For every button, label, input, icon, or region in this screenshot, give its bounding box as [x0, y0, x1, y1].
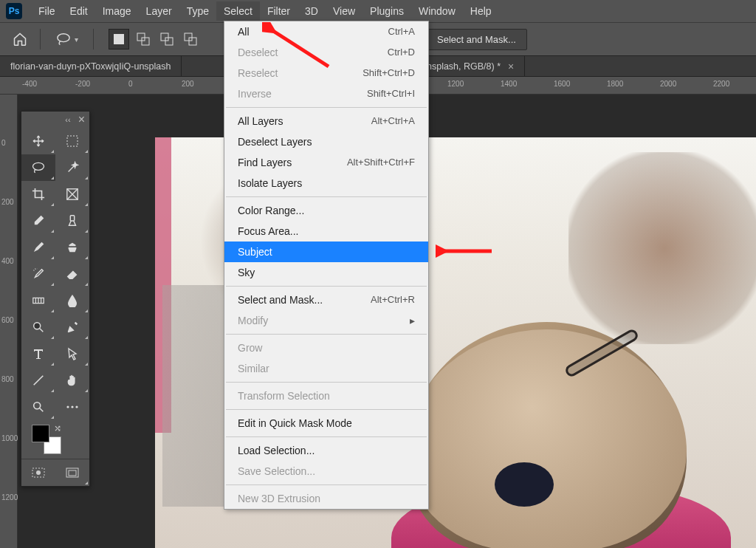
home-icon[interactable] [10, 30, 30, 49]
app-logo: Ps [6, 3, 22, 19]
menu-item-transform-selection: Transform Selection [224, 386, 428, 406]
menu-edit[interactable]: Edit [63, 1, 95, 21]
foreground-color-swatch[interactable] [32, 425, 49, 442]
menu-select[interactable]: Select [216, 1, 260, 21]
document-tab[interactable]: florian-van-duyn-pXToxwjqIiQ-unsplash [0, 56, 182, 76]
selection-new-icon[interactable] [109, 29, 129, 49]
svg-point-15 [71, 405, 73, 408]
svg-rect-6 [189, 38, 196, 45]
document-tab-label: florian-van-duyn-pXToxwjqIiQ-unsplash [10, 61, 171, 72]
rectangular-marquee-tool[interactable] [55, 128, 89, 154]
quick-mask-icon[interactable] [21, 459, 55, 486]
menubar: Ps FileEditImageLayerTypeSelectFilter3DV… [0, 0, 756, 22]
menu-plugins[interactable]: Plugins [362, 1, 411, 21]
menu-item-save-selection: Save Selection... [224, 461, 428, 482]
color-swatches[interactable]: ⤭ [21, 420, 89, 459]
svg-rect-1 [137, 33, 145, 41]
type-tool[interactable] [21, 340, 55, 367]
svg-rect-20 [69, 470, 76, 476]
magic-wand-tool[interactable] [55, 154, 89, 181]
svg-rect-7 [67, 136, 78, 146]
pen-tool[interactable] [55, 314, 89, 340]
menu-item-modify: Modify▸ [224, 310, 428, 331]
selection-add-icon[interactable] [134, 30, 153, 49]
menu-window[interactable]: Window [411, 1, 463, 21]
svg-point-12 [34, 323, 41, 329]
menu-image[interactable]: Image [95, 1, 139, 21]
menu-item-similar: Similar [224, 358, 428, 379]
menu-item-all-layers[interactable]: All LayersAlt+Ctrl+A [224, 111, 428, 131]
dodge-tool[interactable] [21, 314, 55, 340]
svg-rect-3 [161, 33, 168, 41]
menu-item-isolate-layers[interactable]: Isolate Layers [224, 173, 428, 193]
selection-subtract-icon[interactable] [157, 30, 176, 49]
svg-rect-2 [142, 38, 149, 45]
brush-tool[interactable] [21, 234, 55, 261]
svg-point-13 [34, 403, 41, 409]
menu-file[interactable]: File [31, 1, 63, 21]
menu-item-grow: Grow [224, 338, 428, 358]
selection-intersect-icon[interactable] [181, 30, 200, 49]
lasso-preset-icon[interactable]: ▾ [51, 31, 83, 47]
menu-item-color-range[interactable]: Color Range... [224, 200, 428, 221]
gradient-tool[interactable] [21, 287, 55, 314]
menu-item-load-selection[interactable]: Load Selection... [224, 440, 428, 461]
path-selection-tool[interactable] [55, 340, 89, 367]
svg-point-18 [36, 470, 41, 475]
menu-item-subject[interactable]: Subject [224, 242, 428, 262]
svg-point-0 [58, 34, 69, 42]
collapse-icon[interactable]: ‹‹ [65, 115, 70, 124]
swap-colors-icon[interactable]: ⤭ [54, 423, 61, 434]
history-brush-tool[interactable] [21, 261, 55, 287]
crop-tool[interactable] [21, 181, 55, 208]
select-menu-dropdown: AllCtrl+ADeselectCtrl+DReselectShift+Ctr… [224, 21, 429, 510]
menu-item-new-3d-extrusion: New 3D Extrusion [224, 488, 428, 509]
menu-item-select-and-mask[interactable]: Select and Mask...Alt+Ctrl+R [224, 290, 428, 310]
menu-item-inverse: InverseShift+Ctrl+I [224, 83, 428, 104]
hand-tool[interactable] [55, 367, 89, 394]
menu-3d[interactable]: 3D [298, 1, 326, 21]
menu-layer[interactable]: Layer [139, 1, 179, 21]
lasso-tool[interactable] [21, 154, 55, 181]
blur-tool[interactable] [55, 287, 89, 314]
menu-type[interactable]: Type [179, 1, 216, 21]
menu-item-reselect: ReselectShift+Ctrl+D [224, 63, 428, 83]
svg-rect-4 [165, 38, 173, 45]
spot-healing-brush-tool[interactable] [55, 208, 89, 234]
close-icon[interactable]: × [78, 113, 85, 126]
select-and-mask-button[interactable]: Select and Mask... [426, 29, 527, 50]
svg-point-8 [33, 162, 44, 170]
eyedropper-tool[interactable] [21, 208, 55, 234]
tools-panel: ‹‹ × ⤭ [21, 111, 90, 487]
menu-view[interactable]: View [326, 1, 362, 21]
line-tool[interactable] [21, 367, 55, 394]
menu-item-find-layers[interactable]: Find LayersAlt+Shift+Ctrl+F [224, 152, 428, 173]
menu-item-deselect: DeselectCtrl+D [224, 42, 428, 63]
zoom-tool[interactable] [21, 394, 55, 420]
edit-toolbar[interactable] [55, 394, 89, 420]
clone-stamp-tool[interactable] [55, 234, 89, 261]
svg-rect-5 [185, 33, 192, 41]
menu-item-deselect-layers[interactable]: Deselect Layers [224, 131, 428, 152]
menu-filter[interactable]: Filter [260, 1, 298, 21]
svg-rect-10 [70, 216, 74, 221]
move-tool[interactable] [21, 128, 55, 154]
frame-tool[interactable] [55, 181, 89, 208]
menu-item-edit-in-quick-mask-mode[interactable]: Edit in Quick Mask Mode [224, 413, 428, 434]
menu-item-all[interactable]: AllCtrl+A [224, 21, 428, 42]
menu-help[interactable]: Help [463, 1, 499, 21]
eraser-tool[interactable] [55, 261, 89, 287]
svg-point-16 [75, 405, 78, 408]
screen-mode-icon[interactable] [55, 459, 89, 486]
menu-item-sky[interactable]: Sky [224, 262, 428, 283]
close-icon[interactable]: × [508, 61, 514, 72]
ruler-vertical: 020040060080010001200 [0, 95, 18, 548]
svg-point-14 [66, 405, 69, 408]
menu-item-focus-area[interactable]: Focus Area... [224, 221, 428, 242]
